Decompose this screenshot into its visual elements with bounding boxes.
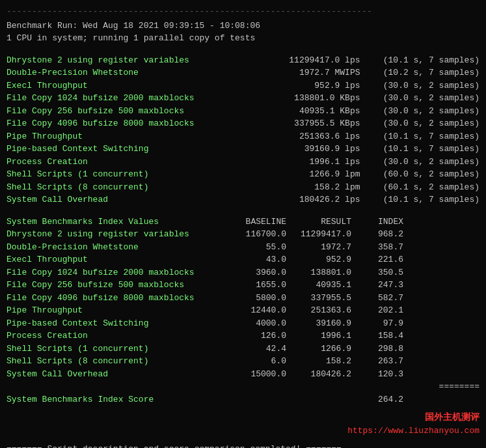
index-row-label: Double-Precision Whetstone [7, 241, 228, 254]
bench-row: Pipe-based Context Switching 39160.9 lps… [7, 143, 479, 156]
bench-samples: (10.1 s, 7 samples) [375, 54, 479, 67]
bench-samples: (30.0 s, 2 samples) [375, 105, 479, 118]
index-row-baseline: 126.0 [228, 329, 286, 343]
index-header-row: System Benchmarks Index Values BASELINE … [7, 216, 479, 229]
bench-row: File Copy 1024 bufsize 2000 maxblocks 13… [7, 92, 479, 105]
bench-row: Double-Precision Whetstone 1972.7 MWIPS … [7, 66, 479, 79]
benchmark-rows: Dhrystone 2 using register variables 112… [7, 54, 479, 206]
watermark-url-text: https://www.liuzhanyou.com [7, 425, 479, 438]
bench-samples: (10.1 s, 7 samples) [375, 143, 479, 156]
index-row-index: 263.7 [351, 355, 403, 368]
bench-samples: (30.0 s, 2 samples) [375, 79, 479, 92]
bench-samples: (60.1 s, 2 samples) [375, 181, 479, 194]
bench-label: Execl Throughput [7, 79, 228, 92]
bench-value: 39160.9 lps [243, 143, 360, 156]
bench-label: Process Creation [7, 156, 228, 169]
index-row-index: 968.2 [351, 228, 403, 241]
bench-value: 180426.2 lps [243, 193, 360, 206]
score-label: System Benchmarks Index Score [7, 393, 228, 406]
index-row-result: 251363.6 [286, 304, 351, 317]
index-row-index: 298.8 [351, 343, 403, 356]
index-row-baseline: 116700.0 [228, 228, 286, 241]
bench-value: 952.9 lps [243, 79, 360, 92]
index-row-result: 1972.7 [286, 241, 351, 254]
bench-row: Shell Scripts (8 concurrent) 158.2 lpm (… [7, 181, 479, 194]
bench-value: 337955.5 KBps [243, 117, 360, 130]
bench-row: Dhrystone 2 using register variables 112… [7, 54, 479, 67]
index-row-result: 952.9 [286, 253, 351, 266]
index-row-baseline: 15000.0 [228, 368, 286, 381]
bench-row: System Call Overhead 180426.2 lps (10.1 … [7, 193, 479, 206]
header-line1: Benchmark Run: Wed Aug 18 2021 09:39:15 … [7, 20, 479, 33]
index-row-label: Pipe-based Context Switching [7, 317, 228, 330]
index-row-index: 221.6 [351, 253, 403, 266]
bench-value: 1996.1 lps [243, 156, 360, 169]
bench-value: 158.2 lpm [243, 181, 360, 194]
index-row-baseline: 12440.0 [228, 304, 286, 317]
index-row-index: 247.3 [351, 279, 403, 292]
index-row-label: Shell Scripts (1 concurrent) [7, 343, 228, 356]
index-row-baseline: 1655.0 [228, 279, 286, 292]
index-data-row: Double-Precision Whetstone 55.0 1972.7 3… [7, 241, 479, 254]
bench-label: File Copy 1024 bufsize 2000 maxblocks [7, 92, 228, 105]
bench-label: System Call Overhead [7, 193, 228, 206]
index-data-row: File Copy 1024 bufsize 2000 maxblocks 39… [7, 266, 479, 279]
index-row-result: 158.2 [286, 355, 351, 368]
bench-row: File Copy 256 bufsize 500 maxblocks 4093… [7, 105, 479, 118]
index-row-index: 582.7 [351, 292, 403, 305]
index-row-result: 180426.2 [286, 368, 351, 381]
watermark-block: 国外主机测评 https://www.liuzhanyou.com [7, 411, 479, 438]
bench-samples: (10.1 s, 7 samples) [375, 193, 479, 206]
index-row-label: System Call Overhead [7, 368, 228, 381]
index-data-row: Execl Throughput 43.0 952.9 221.6 [7, 253, 479, 266]
bench-samples: (10.2 s, 7 samples) [375, 66, 479, 79]
index-row-label: File Copy 256 bufsize 500 maxblocks [7, 279, 228, 292]
index-row-label: Execl Throughput [7, 253, 228, 266]
bench-label: Double-Precision Whetstone [7, 66, 228, 79]
bench-row: File Copy 4096 bufsize 8000 maxblocks 33… [7, 117, 479, 130]
bench-value: 1266.9 lpm [243, 168, 360, 181]
index-data-row: Dhrystone 2 using register variables 116… [7, 228, 479, 241]
index-data-row: Shell Scripts (1 concurrent) 42.4 1266.9… [7, 343, 479, 356]
index-row-index: 350.5 [351, 266, 403, 279]
bench-label: Pipe Throughput [7, 130, 228, 143]
index-row-result: 337955.5 [286, 292, 351, 305]
index-row-index: 97.9 [351, 317, 403, 330]
index-data-row: Pipe Throughput 12440.0 251363.6 202.1 [7, 304, 479, 317]
index-data-row: Shell Scripts (8 concurrent) 6.0 158.2 2… [7, 355, 479, 368]
index-row-baseline: 55.0 [228, 241, 286, 254]
bench-samples: (30.0 s, 2 samples) [375, 92, 479, 105]
equals-line: ======== [7, 380, 479, 393]
index-header-label: System Benchmarks Index Values [7, 216, 228, 229]
bench-label: Dhrystone 2 using register variables [7, 54, 228, 67]
score-row: System Benchmarks Index Score 264.2 [7, 393, 479, 406]
index-row-index: 158.4 [351, 329, 403, 343]
header-line2: 1 CPU in system; running 1 parallel copy… [7, 32, 479, 45]
index-data-row: File Copy 4096 bufsize 8000 maxblocks 58… [7, 292, 479, 305]
watermark-cn-text: 国外主机测评 [7, 411, 479, 425]
bench-value: 1972.7 MWIPS [243, 66, 360, 79]
index-row-index: 120.3 [351, 368, 403, 381]
index-row-result: 138801.0 [286, 266, 351, 279]
bench-label: Shell Scripts (1 concurrent) [7, 168, 228, 181]
index-row-baseline: 3960.0 [228, 266, 286, 279]
index-row-label: File Copy 1024 bufsize 2000 maxblocks [7, 266, 228, 279]
score-value: 264.2 [228, 393, 403, 406]
index-table: System Benchmarks Index Values BASELINE … [7, 216, 479, 406]
bench-row: Pipe Throughput 251363.6 lps (10.1 s, 7 … [7, 130, 479, 143]
bench-row: Process Creation 1996.1 lps (30.0 s, 2 s… [7, 156, 479, 169]
bench-samples: (60.0 s, 2 samples) [375, 168, 479, 181]
index-row-label: Process Creation [7, 329, 228, 343]
index-row-index: 202.1 [351, 304, 403, 317]
index-row-baseline: 6.0 [228, 355, 286, 368]
index-row-result: 1266.9 [286, 343, 351, 356]
index-row-label: Shell Scripts (8 concurrent) [7, 355, 228, 368]
index-row-result: 39160.9 [286, 317, 351, 330]
bench-label: Pipe-based Context Switching [7, 143, 228, 156]
index-row-result: 11299417.0 [286, 228, 351, 241]
index-data-row: System Call Overhead 15000.0 180426.2 12… [7, 368, 479, 381]
index-row-baseline: 43.0 [228, 253, 286, 266]
bench-row: Execl Throughput 952.9 lps (30.0 s, 2 sa… [7, 79, 479, 92]
bench-value: 251363.6 lps [243, 130, 360, 143]
bench-value: 138801.0 KBps [243, 92, 360, 105]
